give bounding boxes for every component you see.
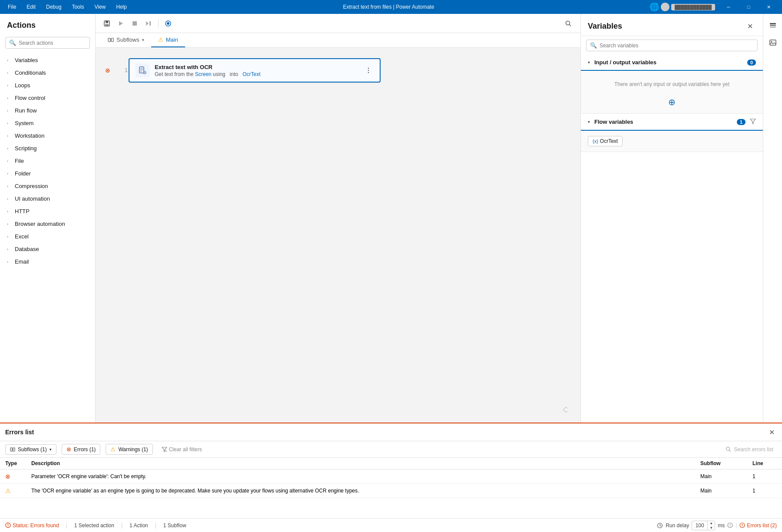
close-button[interactable]: ✕ [759, 0, 779, 14]
spinner-up-button[interactable]: ▲ [708, 521, 715, 525]
toolbar-search-button[interactable] [561, 17, 575, 30]
errors-list-link[interactable]: Errors list (2) [739, 522, 777, 529]
col-subflow: Subflow [695, 458, 747, 469]
errors-filter-label: Errors (1) [74, 446, 96, 453]
actions-search-box[interactable]: 🔍 [5, 37, 90, 49]
action-item-loops[interactable]: › Loops [0, 79, 95, 92]
status-separator-1: | [66, 522, 67, 529]
svg-rect-16 [140, 69, 143, 70]
variables-search-input[interactable] [600, 43, 754, 49]
input-output-section-header[interactable]: ▾ Input / output variables 0 [581, 55, 763, 70]
minimize-button[interactable]: ─ [719, 0, 739, 14]
account-area: 🌐 ████████████ [646, 2, 719, 12]
ocrtext-variable-chip[interactable]: {x} OcrText [588, 136, 623, 146]
step-button[interactable] [142, 17, 155, 30]
errors-close-button[interactable]: ✕ [766, 427, 777, 437]
action-item-flow-control[interactable]: › Flow control [0, 92, 95, 104]
maximize-button[interactable]: □ [739, 0, 759, 14]
action-item-label: Flow control [15, 95, 45, 101]
menu-file[interactable]: File [3, 2, 20, 12]
errors-search-box[interactable]: Search errors list [722, 445, 777, 454]
action-item-folder[interactable]: › Folder [0, 167, 95, 180]
action-item-label: Variables [15, 57, 38, 63]
flow-toolbar [96, 14, 580, 33]
error-row-1[interactable]: ⊗ Parameter 'OCR engine variable': Can't… [0, 469, 782, 484]
action-item-label: UI automation [15, 195, 50, 202]
status-right: Run delay 100 ▲ ▼ ms | [657, 521, 777, 530]
action-card[interactable]: Extract text with OCR Get text from the … [129, 58, 381, 83]
chevron-right-icon: › [7, 159, 11, 163]
menu-view[interactable]: View [90, 2, 110, 12]
actions-search-input[interactable] [19, 40, 86, 46]
step-number: 1 [115, 67, 128, 73]
action-icon [136, 63, 149, 77]
ocrtext-link[interactable]: OcrText [242, 71, 260, 77]
warnings-filter-button[interactable]: ⚠ Warnings (1) [106, 444, 152, 455]
flow-canvas[interactable]: ⊗ 1 [96, 48, 580, 423]
chevron-right-icon: › [7, 247, 11, 251]
subflows-count: 1 Subflow [163, 522, 186, 529]
add-variable-button[interactable]: ⊕ [666, 96, 678, 108]
spinner-down-button[interactable]: ▼ [708, 525, 715, 530]
tab-main[interactable]: ⚠ Main [151, 33, 185, 47]
action-item-ui-automation[interactable]: › UI automation [0, 192, 95, 205]
svg-point-40 [8, 526, 9, 527]
menu-tools[interactable]: Tools [67, 2, 88, 12]
run-delay-spinner[interactable]: 100 ▲ ▼ [692, 521, 715, 530]
svg-rect-27 [770, 25, 776, 26]
error-type-icon: ⊗ [5, 473, 10, 480]
chevron-right-icon: › [7, 96, 11, 100]
flow-variables-count-badge: 1 [737, 119, 746, 125]
action-item-email[interactable]: › Email [0, 255, 95, 268]
warnings-badge-icon: ⚠ [110, 446, 116, 453]
tab-subflows-dropdown[interactable]: ▾ [142, 38, 144, 42]
action-item-label: Database [15, 246, 39, 252]
action-item-label: Scripting [15, 145, 37, 152]
warning-row-1[interactable]: ⚠ The 'OCR engine variable' as an engine… [0, 484, 782, 498]
errors-filter-button[interactable]: ⊗ Errors (1) [62, 444, 101, 455]
action-item-browser-automation[interactable]: › Browser automation [0, 218, 95, 230]
spinner-arrows[interactable]: ▲ ▼ [708, 521, 715, 530]
subflows-filter-button[interactable]: Subflows (1) ▾ [5, 444, 56, 455]
clear-filters-button[interactable]: Clear all filters [158, 445, 205, 454]
action-item-label: System [15, 120, 33, 126]
window-controls[interactable]: ─ □ ✕ [719, 0, 779, 14]
record-button[interactable] [162, 17, 174, 30]
action-item-database[interactable]: › Database [0, 243, 95, 255]
menu-bar[interactable]: File Edit Debug Tools View Help [3, 2, 131, 12]
action-item-conditionals[interactable]: › Conditionals [0, 66, 95, 79]
svg-line-35 [166, 450, 167, 452]
variables-close-button[interactable]: ✕ [744, 20, 756, 32]
menu-help[interactable]: Help [112, 2, 131, 12]
tab-subflows[interactable]: Subflows ▾ [101, 33, 151, 47]
stop-button[interactable] [129, 17, 141, 30]
action-item-scripting[interactable]: › Scripting [0, 142, 95, 155]
action-item-run-flow[interactable]: › Run flow [0, 104, 95, 117]
layers-button[interactable] [765, 17, 781, 33]
action-item-workstation[interactable]: › Workstation [0, 129, 95, 142]
run-delay-label: Run delay [666, 522, 689, 529]
action-item-file[interactable]: › File [0, 155, 95, 167]
menu-debug[interactable]: Debug [42, 2, 66, 12]
variables-search-box[interactable]: 🔍 [586, 40, 758, 51]
flow-variables-section-header[interactable]: ▾ Flow variables 1 [581, 114, 763, 130]
errors-search-placeholder: Search errors list [734, 446, 773, 453]
action-item-excel[interactable]: › Excel [0, 230, 95, 243]
flow-variables-filter-button[interactable] [750, 118, 756, 126]
action-item-http[interactable]: › HTTP [0, 205, 95, 218]
play-button[interactable] [115, 17, 127, 30]
screen-link[interactable]: Screen [195, 71, 212, 77]
image-button[interactable] [765, 35, 781, 50]
chevron-right-icon: › [7, 109, 11, 113]
action-item-compression[interactable]: › Compression [0, 180, 95, 192]
save-button[interactable] [101, 17, 113, 30]
status-errors-found: Status: Errors found [5, 522, 59, 529]
action-item-variables[interactable]: › Variables [0, 54, 95, 66]
action-item-system[interactable]: › System [0, 117, 95, 129]
chevron-right-icon: › [7, 134, 11, 138]
menu-edit[interactable]: Edit [22, 2, 40, 12]
action-more-button[interactable] [363, 65, 374, 76]
action-item-label: Run flow [15, 107, 37, 114]
col-line: Line [747, 458, 782, 469]
diamond-icon [560, 406, 567, 414]
